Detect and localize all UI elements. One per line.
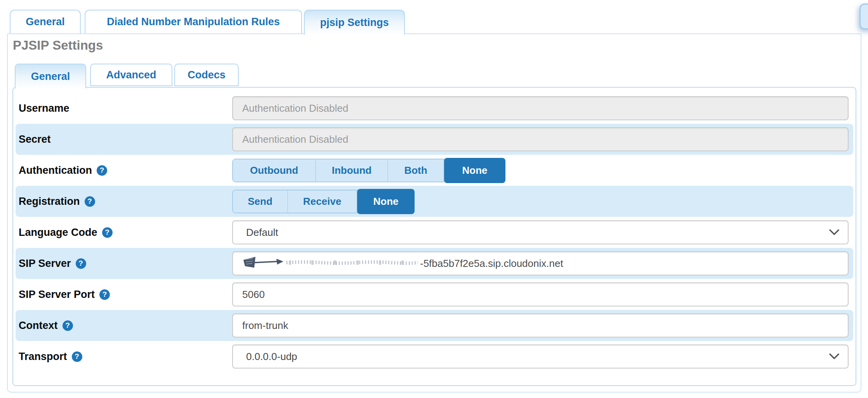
subtab-general[interactable]: General [15, 64, 86, 88]
transport-label: Transport ? [19, 341, 82, 372]
subtab-advanced[interactable]: Advanced [90, 64, 172, 86]
username-label: Username [19, 93, 69, 124]
chevron-down-icon [829, 229, 839, 235]
sip-server-label: SIP Server ? [19, 248, 86, 279]
sip-server-value-text: -5fba5b7f2e5a.sip.cloudonix.net [420, 258, 563, 270]
row-sip-server: SIP Server ? -5fba5b7f2e5a.sip.cloudonix… [16, 248, 853, 279]
language-code-label: Language Code ? [19, 217, 113, 248]
trunk-tab-bar: General Dialed Number Manipulation Rules… [10, 10, 405, 35]
transport-label-text: Transport [19, 351, 67, 363]
secret-label-text: Secret [19, 133, 51, 145]
authentication-outbound-button[interactable]: Outbound [233, 159, 316, 182]
sip-server-port-label: SIP Server Port ? [19, 279, 110, 310]
registration-receive-button[interactable]: Receive [288, 190, 357, 213]
authentication-both-button[interactable]: Both [388, 159, 444, 182]
sip-server-port-input[interactable] [232, 282, 849, 306]
sip-server-label-text: SIP Server [19, 258, 71, 270]
pjsip-general-form: Username Secret Authentication ? Outb [12, 87, 856, 386]
subtab-codecs[interactable]: Codecs [174, 64, 239, 86]
secret-input[interactable] [232, 127, 849, 151]
authentication-button-group: Outbound Inbound Both None [232, 159, 505, 182]
help-icon[interactable]: ? [102, 227, 113, 238]
tab-pjsip-settings[interactable]: pjsip Settings [304, 10, 405, 35]
tab-general[interactable]: General [10, 10, 81, 33]
secret-label: Secret [19, 124, 51, 155]
help-icon[interactable]: ? [99, 289, 110, 300]
transport-select[interactable]: 0.0.0.0-udp [232, 344, 849, 369]
context-label-text: Context [19, 320, 58, 332]
registration-label-text: Registration [19, 196, 80, 208]
language-code-label-text: Language Code [19, 227, 97, 239]
context-input[interactable] [232, 313, 849, 337]
registration-button-group: Send Receive None [232, 190, 414, 213]
tab-dialed-number-manipulation-rules[interactable]: Dialed Number Manipulation Rules [85, 10, 302, 33]
registration-send-button[interactable]: Send [233, 190, 288, 213]
row-language-code: Language Code ? Default [16, 217, 853, 248]
chevron-down-icon [829, 353, 839, 360]
help-icon[interactable]: ? [97, 165, 107, 176]
row-sip-server-port: SIP Server Port ? [16, 279, 853, 310]
row-context: Context ? [16, 310, 853, 341]
language-code-select[interactable]: Default [232, 220, 849, 244]
authentication-inbound-button[interactable]: Inbound [316, 159, 388, 182]
help-icon[interactable]: ? [72, 351, 82, 362]
authentication-none-button[interactable]: None [444, 158, 505, 183]
row-username: Username [16, 93, 853, 124]
pjsip-settings-section: PJSIP Settings General Advanced Codecs U… [7, 33, 861, 393]
context-label: Context ? [19, 310, 73, 341]
section-title: PJSIP Settings [13, 38, 861, 53]
redaction-scribble [242, 255, 419, 272]
username-input[interactable] [232, 96, 849, 120]
sip-server-input[interactable]: -5fba5b7f2e5a.sip.cloudonix.net [232, 251, 849, 275]
row-authentication: Authentication ? Outbound Inbound Both N… [16, 155, 853, 186]
row-transport: Transport ? 0.0.0.0-udp [16, 341, 853, 372]
pjsip-sub-tab-bar: General Advanced Codecs [15, 64, 239, 88]
row-registration: Registration ? Send Receive None [16, 186, 853, 217]
registration-label: Registration ? [19, 186, 95, 217]
authentication-label: Authentication ? [19, 155, 107, 186]
help-icon[interactable]: ? [62, 320, 73, 331]
language-code-selected-value: Default [246, 227, 278, 239]
help-icon[interactable]: ? [76, 258, 86, 269]
floating-action-button[interactable] [859, 3, 868, 29]
row-secret: Secret [16, 124, 853, 155]
sip-server-port-label-text: SIP Server Port [19, 289, 95, 301]
transport-selected-value: 0.0.0.0-udp [246, 351, 297, 363]
username-label-text: Username [19, 102, 69, 114]
registration-none-button[interactable]: None [357, 189, 415, 214]
authentication-label-text: Authentication [19, 164, 92, 177]
help-icon[interactable]: ? [85, 196, 95, 207]
